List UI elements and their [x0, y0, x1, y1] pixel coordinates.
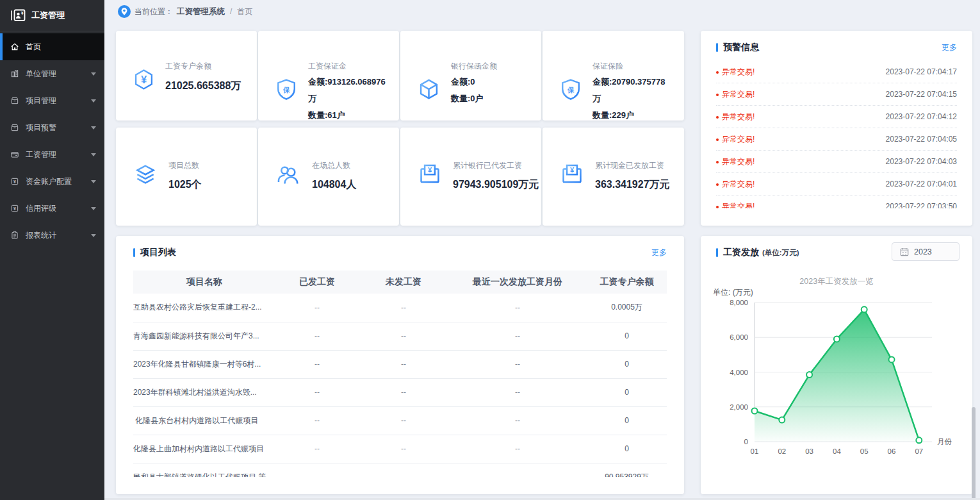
stat-label: 累计现金已发放工资 [595, 160, 683, 171]
chevron-down-icon [91, 126, 96, 129]
wallet-icon [10, 150, 19, 159]
yen-square-icon: ¥ [10, 177, 19, 186]
cell-last-month: -- [448, 406, 587, 435]
sidebar-menu: 首页 单位管理 项目管理 项目预警 工资管理 [0, 31, 104, 249]
calendar-icon [900, 247, 909, 256]
alert-dot-icon [716, 161, 719, 163]
vertical-scrollbar-thumb[interactable] [972, 407, 976, 500]
cell-balance: 90.953929万 [587, 463, 667, 477]
box-icon [10, 96, 19, 105]
salary-chart-panel: 工资发放 (单位:万元) 2023 2023年工资发放一览 单位: (万元) 0… [701, 236, 972, 494]
alert-item[interactable]: 异常交易!2023-07-22 07:04:12 [716, 106, 957, 128]
alert-text: 异常交易! [722, 112, 755, 122]
alerts-list: 异常交易!2023-07-22 07:04:17 异常交易!2023-07-22… [716, 61, 957, 208]
stat-card-salary-deposit: 保 工资保证金金额:913126.068976万数量:61户 [258, 31, 399, 121]
svg-text:2,000: 2,000 [730, 403, 748, 411]
cell-unpaid: -- [359, 378, 448, 406]
table-row[interactable]: 民和县古鄯镇道路硬化以工代赈项目 等------90.953929万 [133, 463, 667, 477]
table-row[interactable]: 2023年化隆县甘都镇隆康一村等6村...------0 [133, 350, 667, 378]
alert-dot-icon [716, 138, 719, 141]
home-icon [10, 42, 19, 51]
panel-title-bar [716, 248, 718, 257]
alert-time: 2023-07-22 07:04:17 [886, 67, 957, 76]
col-last-month: 最近一次发放工资月份 [448, 271, 587, 294]
cell-project-name: 2023年群科镇滩北村溢洪道沟水毁... [133, 378, 275, 406]
stat-card-salary-account-balance: ¥ 工资专户余额21025.665388万 [116, 31, 257, 121]
svg-text:¥: ¥ [13, 206, 16, 211]
cell-balance: 0 [587, 322, 667, 350]
sidebar-item-project-warning[interactable]: 项目预警 [0, 114, 104, 141]
breadcrumb-root[interactable]: 工资管理系统 [177, 6, 225, 17]
col-project-name: 项目名称 [133, 271, 275, 294]
sidebar-item-label: 首页 [26, 42, 41, 53]
salary-chart-unit: (单位:万元) [762, 248, 799, 258]
alert-item[interactable]: 异常交易!2023-07-22 07:04:15 [716, 83, 957, 106]
svg-text:04: 04 [833, 447, 841, 455]
sidebar-item-fund-account[interactable]: ¥ 资金账户配置 [0, 168, 104, 195]
panel-title-bar [716, 43, 718, 52]
projects-table: 项目名称 已发工资 未发工资 最近一次发放工资月份 工资专户余额 互助县农村公路… [133, 271, 667, 477]
chevron-down-icon [91, 180, 96, 183]
year-selector[interactable]: 2023 [892, 242, 960, 261]
alert-item[interactable]: 异常交易!2023-07-22 07:03:50 [716, 196, 957, 208]
sidebar-item-reports[interactable]: 报表统计 [0, 222, 104, 249]
breadcrumb-separator: / [230, 7, 232, 16]
alert-item[interactable]: 异常交易!2023-07-22 07:04:03 [716, 151, 957, 173]
chevron-down-icon [91, 72, 96, 76]
svg-text:06: 06 [888, 447, 896, 455]
cell-last-month: -- [448, 294, 587, 322]
chart-title: 2023年工资发放一览 [701, 276, 972, 287]
cell-last-month: -- [448, 350, 587, 378]
sidebar-item-units[interactable]: 单位管理 [0, 60, 104, 87]
stat-label: 在场总人数 [312, 160, 398, 171]
alert-time: 2023-07-22 07:04:12 [886, 112, 957, 121]
alerts-panel: 预警信息 更多 异常交易!2023-07-22 07:04:17 异常交易!20… [701, 31, 972, 226]
col-balance: 工资专户余额 [587, 271, 667, 294]
logo-icon: ¥ [10, 8, 27, 22]
stat-value: 363.341927万元 [595, 178, 683, 192]
alert-text: 异常交易! [722, 156, 755, 167]
sidebar-item-home[interactable]: 首页 [0, 33, 104, 60]
stat-card-bank-paid-total: ¥ 累计银行已代发工资97943.905109万元 [400, 128, 541, 226]
chevron-down-icon [91, 153, 96, 156]
cell-balance: 0.0005万 [587, 294, 667, 322]
cell-balance: 0 [587, 378, 667, 406]
alert-item[interactable]: 异常交易!2023-07-22 07:04:01 [716, 173, 957, 196]
alert-dot-icon [716, 94, 719, 96]
shield-bao-icon: 保 [560, 78, 582, 101]
sidebar-item-label: 报表统计 [26, 230, 56, 241]
alert-item[interactable]: 异常交易!2023-07-22 07:04:17 [716, 61, 957, 83]
clipboard-icon [10, 231, 19, 240]
people-icon [275, 163, 301, 187]
sidebar-item-salary[interactable]: 工资管理 [0, 141, 104, 168]
alert-item[interactable]: 异常交易!2023-07-22 07:04:05 [716, 128, 957, 151]
cell-paid: -- [275, 435, 359, 463]
table-row[interactable]: 青海鑫园新能源科技有限公司年产3...------0 [133, 322, 667, 350]
col-paid: 已发工资 [275, 271, 359, 294]
table-row[interactable]: 互助县农村公路灾后恢复重建工程-2...------0.0005万 [133, 294, 667, 322]
table-header-row: 项目名称 已发工资 未发工资 最近一次发放工资月份 工资专户余额 [133, 271, 667, 294]
alert-text: 异常交易! [722, 179, 755, 190]
cell-balance: 0 [587, 406, 667, 435]
cell-balance: 0 [587, 435, 667, 463]
sidebar-item-label: 工资管理 [26, 149, 56, 160]
stat-label: 累计银行已代发工资 [453, 160, 540, 171]
sidebar-item-credit-rating[interactable]: ¥ 信用评级 [0, 195, 104, 222]
table-row[interactable]: 化隆县上曲加村村内道路以工代赈项目------0 [133, 435, 667, 463]
chevron-down-icon [91, 234, 96, 237]
cell-project-name: 青海鑫园新能源科技有限公司年产3... [133, 322, 275, 350]
projects-more-link[interactable]: 更多 [651, 247, 667, 258]
alert-time: 2023-07-22 07:04:15 [886, 90, 957, 99]
stat-label: 工资专户余额 [165, 61, 256, 72]
cell-project-name: 2023年化隆县甘都镇隆康一村等6村... [133, 350, 275, 378]
sidebar-item-projects[interactable]: 项目管理 [0, 87, 104, 114]
table-row[interactable]: 2023年群科镇滩北村溢洪道沟水毁...------0 [133, 378, 667, 406]
alerts-more-link[interactable]: 更多 [942, 42, 957, 53]
stat-amount: 金额:0 [451, 74, 529, 90]
cell-project-name: 化隆县上曲加村村内道路以工代赈项目 [133, 435, 275, 463]
table-row[interactable]: 化隆县东台村村内道路以工代赈项目------0 [133, 406, 667, 435]
sidebar-item-label: 项目预警 [26, 122, 56, 133]
svg-text:月份: 月份 [937, 438, 952, 446]
stat-count: 数量:229户 [592, 107, 671, 124]
location-pin-icon [118, 5, 131, 18]
